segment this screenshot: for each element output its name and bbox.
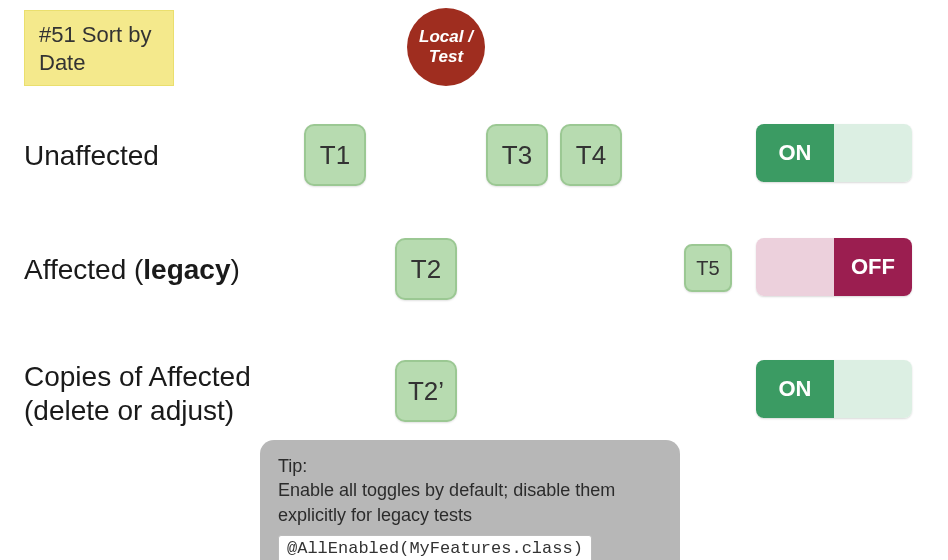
test-box-t2prime: T2’ bbox=[395, 360, 457, 422]
test-box-t2: T2 bbox=[395, 238, 457, 300]
issue-sticky-note: #51 Sort by Date bbox=[24, 10, 174, 86]
test-box-t1: T1 bbox=[304, 124, 366, 186]
row-label-affected: Affected (legacy) bbox=[24, 254, 240, 286]
tip-body: Enable all toggles by default; disable t… bbox=[278, 478, 662, 527]
toggle-unaffected-on: ON bbox=[756, 124, 834, 182]
diagram-canvas: #51 Sort by Date Local / Test Unaffected… bbox=[0, 0, 948, 560]
toggle-copies[interactable]: ON bbox=[756, 360, 912, 418]
tip-heading: Tip: bbox=[278, 454, 662, 478]
test-box-t3: T3 bbox=[486, 124, 548, 186]
local-test-badge: Local / Test bbox=[407, 8, 485, 86]
issue-sticky-text: #51 Sort by Date bbox=[39, 22, 152, 75]
test-box-t2prime-label: T2’ bbox=[408, 376, 444, 407]
toggle-copies-track bbox=[834, 360, 912, 418]
tip-callout: Tip: Enable all toggles by default; disa… bbox=[260, 440, 680, 560]
local-test-line2: Test bbox=[429, 47, 463, 66]
test-box-t4-label: T4 bbox=[576, 140, 606, 171]
toggle-affected-track bbox=[756, 238, 834, 296]
toggle-copies-on: ON bbox=[756, 360, 834, 418]
tip-code-annotation: @AllEnabled(MyFeatures.class) bbox=[278, 535, 592, 560]
row-label-affected-pre: Affected ( bbox=[24, 254, 143, 285]
row-label-affected-post: ) bbox=[231, 254, 240, 285]
row-label-unaffected-text: Unaffected bbox=[24, 140, 159, 171]
test-box-t5-label: T5 bbox=[696, 257, 719, 280]
test-box-t1-label: T1 bbox=[320, 140, 350, 171]
toggle-unaffected[interactable]: ON bbox=[756, 124, 912, 182]
row-label-affected-bold: legacy bbox=[143, 254, 230, 285]
row-label-copies-line1: Copies of Affected bbox=[24, 361, 251, 392]
test-box-t3-label: T3 bbox=[502, 140, 532, 171]
toggle-affected-off: OFF bbox=[834, 238, 912, 296]
toggle-affected[interactable]: OFF bbox=[756, 238, 912, 296]
row-label-copies: Copies of Affected (delete or adjust) bbox=[24, 360, 251, 427]
toggle-unaffected-track bbox=[834, 124, 912, 182]
local-test-line1: Local / bbox=[419, 27, 473, 46]
test-box-t2-label: T2 bbox=[411, 254, 441, 285]
test-box-t4: T4 bbox=[560, 124, 622, 186]
row-label-unaffected: Unaffected bbox=[24, 140, 159, 172]
row-label-copies-line2: (delete or adjust) bbox=[24, 395, 234, 426]
test-box-t5: T5 bbox=[684, 244, 732, 292]
